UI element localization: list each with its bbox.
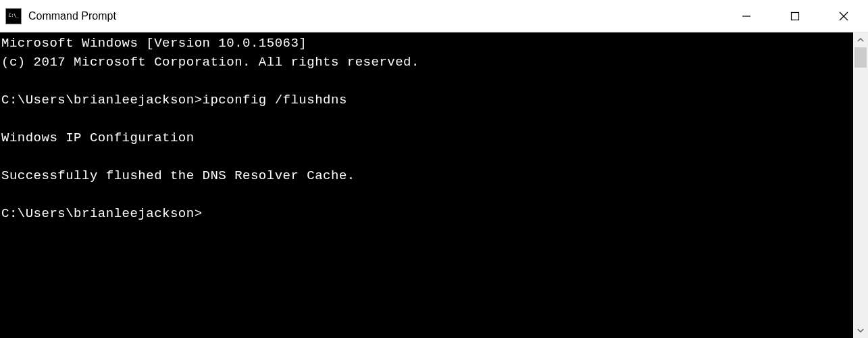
maximize-button[interactable] [771,0,819,32]
window-controls [722,0,868,32]
titlebar[interactable]: C:\_ Command Prompt [0,0,868,32]
scroll-track[interactable] [853,47,868,323]
chevron-up-icon [857,37,864,43]
terminal-area: Microsoft Windows [Version 10.0.15063] (… [0,32,868,338]
svg-rect-1 [792,12,799,20]
maximize-icon [790,11,800,21]
cmd-icon: C:\_ [5,8,22,24]
minimize-icon [742,11,751,21]
scroll-up-button[interactable] [853,32,868,47]
chevron-down-icon [857,327,864,334]
scrollbar[interactable] [853,32,868,338]
close-icon [839,11,848,21]
scroll-thumb[interactable] [854,47,867,68]
window-title: Command Prompt [28,10,116,22]
minimize-button[interactable] [722,0,771,32]
command-prompt-window: C:\_ Command Prompt Microsoft W [0,0,868,338]
terminal-output[interactable]: Microsoft Windows [Version 10.0.15063] (… [0,32,853,338]
close-button[interactable] [819,0,868,32]
cmd-icon-text: C:\_ [9,14,19,18]
scroll-down-button[interactable] [853,323,868,338]
